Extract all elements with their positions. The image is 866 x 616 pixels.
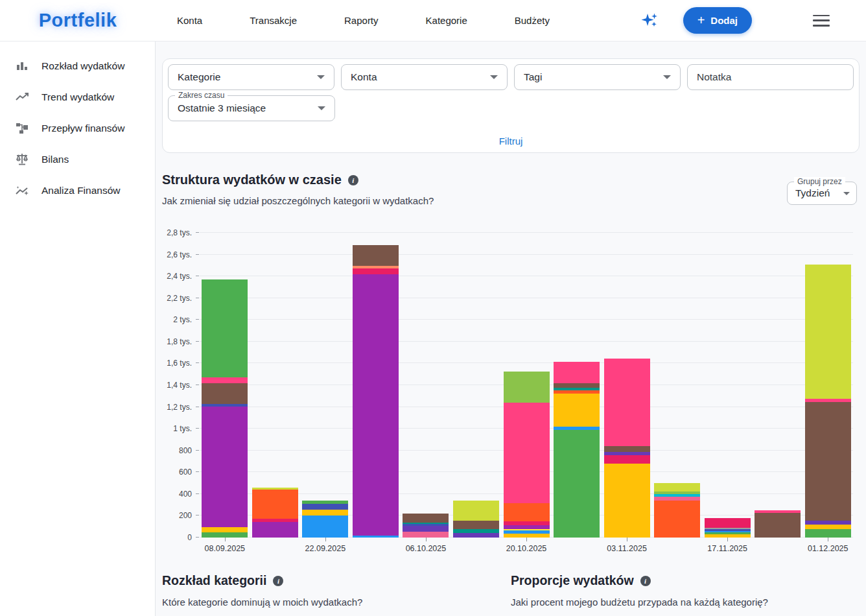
time-range-select[interactable]: Zakres czasu Ostatnie 3 miesiące <box>168 95 335 121</box>
filter-button[interactable]: Filtruj <box>499 136 523 147</box>
chart-bar-segment[interactable] <box>403 523 449 524</box>
sidebar-item-rozklad-wydatkow[interactable]: Rozkład wydatków <box>0 51 155 82</box>
chart-bar-17.11.2025[interactable] <box>705 518 751 538</box>
chart-bar-06.10.2025[interactable] <box>403 514 449 538</box>
chart-bar-segment[interactable] <box>604 464 650 538</box>
chart-bar-segment[interactable] <box>705 528 751 530</box>
chart-bar-24.11.2025[interactable] <box>755 510 801 538</box>
chart-bar-segment[interactable] <box>504 530 550 534</box>
chart-bar-13.10.2025[interactable] <box>453 501 499 538</box>
chart-bar-segment[interactable] <box>604 446 650 452</box>
chart-bar-segment[interactable] <box>504 403 550 503</box>
chart-bar-segment[interactable] <box>654 483 700 492</box>
chart-bar-segment[interactable] <box>202 404 248 407</box>
chart-bar-segment[interactable] <box>554 390 600 394</box>
nav-item-konta[interactable]: Konta <box>177 15 202 26</box>
chart-bar-27.10.2025[interactable] <box>554 362 600 538</box>
chart-bar-segment[interactable] <box>252 522 298 538</box>
chart-bar-segment[interactable] <box>302 501 348 504</box>
nav-item-raporty[interactable]: Raporty <box>344 15 379 26</box>
chart-bar-segment[interactable] <box>202 377 248 383</box>
chart-bar-segment[interactable] <box>604 359 650 446</box>
chart-bar-22.09.2025[interactable] <box>302 501 348 538</box>
categories-select[interactable]: Kategorie <box>168 64 334 90</box>
chart-bar-segment[interactable] <box>202 383 248 404</box>
chart-bar-segment[interactable] <box>302 510 348 515</box>
chart-bar-01.12.2025[interactable] <box>805 265 851 538</box>
chart-bar-segment[interactable] <box>403 532 449 538</box>
chart-bar-segment[interactable] <box>202 279 248 377</box>
chart-bar-segment[interactable] <box>353 245 399 266</box>
chart-bar-08.09.2025[interactable] <box>202 279 248 538</box>
chart-bar-segment[interactable] <box>705 531 751 532</box>
chart-bar-segment[interactable] <box>453 529 499 533</box>
chart-bar-segment[interactable] <box>353 268 399 274</box>
chart-bar-segment[interactable] <box>755 510 801 513</box>
chart-bar-segment[interactable] <box>705 529 751 531</box>
chart-bar-segment[interactable] <box>755 513 801 538</box>
chart-bar-segment[interactable] <box>805 521 851 525</box>
chart-bar-segment[interactable] <box>805 529 851 538</box>
chart-bar-segment[interactable] <box>554 383 600 388</box>
chart-bar-segment[interactable] <box>805 399 851 402</box>
chart-bar-segment[interactable] <box>604 455 650 464</box>
chart-bar-segment[interactable] <box>805 402 851 521</box>
chart-bar-15.09.2025[interactable] <box>252 488 298 538</box>
info-icon[interactable]: i <box>348 175 358 185</box>
chart-bar-segment[interactable] <box>654 501 700 538</box>
chart-bar-29.09.2025[interactable] <box>353 245 399 538</box>
tags-select[interactable]: Tagi <box>514 64 681 90</box>
chart-bar-segment[interactable] <box>302 504 348 510</box>
chart-bar-segment[interactable] <box>654 494 700 497</box>
chart-bar-10.11.2025[interactable] <box>654 483 700 538</box>
chart-bar-segment[interactable] <box>453 521 499 529</box>
sidebar-item-trend-wydatkow[interactable]: Trend wydatków <box>0 82 155 113</box>
nav-item-transakcje[interactable]: Transakcje <box>250 15 297 26</box>
chart-bar-segment[interactable] <box>504 525 550 529</box>
chart-bar-segment[interactable] <box>554 388 600 390</box>
chart-bar-segment[interactable] <box>453 533 499 538</box>
chart-bar-20.10.2025[interactable] <box>504 372 550 538</box>
chart-bar-segment[interactable] <box>705 518 751 528</box>
chart-bar-segment[interactable] <box>353 274 399 536</box>
sidebar-item-przeplyw-finansow[interactable]: Przepływ finansów <box>0 113 155 144</box>
chart-bar-segment[interactable] <box>554 362 600 383</box>
chart-bar-03.11.2025[interactable] <box>604 359 650 538</box>
chart-bar-segment[interactable] <box>504 372 550 403</box>
sidebar-item-analiza-finansow[interactable]: Analiza Finansów <box>0 175 155 206</box>
chart-bar-segment[interactable] <box>252 490 298 519</box>
chart-bar-segment[interactable] <box>554 430 600 538</box>
chart-bar-segment[interactable] <box>604 452 650 455</box>
chart-bar-segment[interactable] <box>504 503 550 521</box>
chart-bar-segment[interactable] <box>252 519 298 522</box>
chart-bar-segment[interactable] <box>504 521 550 525</box>
chart-bar-segment[interactable] <box>554 427 600 430</box>
chart-bar-segment[interactable] <box>805 525 851 529</box>
chart-bar-segment[interactable] <box>252 488 298 490</box>
chart-bar-segment[interactable] <box>554 394 600 427</box>
chart-bar-segment[interactable] <box>453 501 499 521</box>
chart-bar-segment[interactable] <box>302 515 348 538</box>
note-input[interactable] <box>697 71 844 83</box>
menu-hamburger-icon[interactable] <box>813 15 830 27</box>
chart-bar-segment[interactable] <box>705 532 751 534</box>
add-button[interactable]: + Dodaj <box>683 7 752 34</box>
chart-bar-segment[interactable] <box>504 529 550 530</box>
chart-bar-segment[interactable] <box>403 524 449 527</box>
chart-bar-segment[interactable] <box>202 407 248 527</box>
chart-bar-segment[interactable] <box>403 526 449 531</box>
chart-bar-segment[interactable] <box>805 265 851 398</box>
info-icon[interactable]: i <box>640 576 651 586</box>
chart-bar-segment[interactable] <box>403 514 449 522</box>
group-by-select[interactable]: Grupuj przez Tydzień <box>787 182 857 205</box>
app-logo[interactable]: Portfelik <box>39 10 117 31</box>
chart-bar-segment[interactable] <box>654 497 700 501</box>
chart-bar-segment[interactable] <box>353 536 399 538</box>
nav-item-budzety[interactable]: Budżety <box>515 15 550 26</box>
chart-bar-segment[interactable] <box>202 532 248 538</box>
info-icon[interactable]: i <box>273 576 283 586</box>
sidebar-item-bilans[interactable]: Bilans <box>0 144 155 175</box>
chart-bar-segment[interactable] <box>353 266 399 268</box>
chart-bar-segment[interactable] <box>202 527 248 532</box>
nav-item-kategorie[interactable]: Kategorie <box>426 15 467 26</box>
